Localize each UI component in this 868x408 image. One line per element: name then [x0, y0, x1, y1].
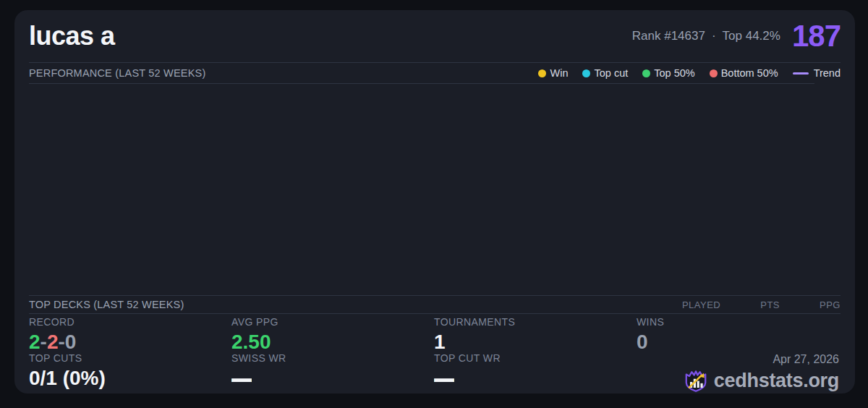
stat-label: TOP CUTS: [29, 353, 231, 364]
record-losses: 2: [47, 331, 59, 353]
record-separator: -: [58, 331, 64, 353]
top-cut-dot-icon: [582, 69, 590, 77]
stat-label: RECORD: [29, 317, 231, 328]
brand-text: cedhstats.org: [714, 370, 839, 392]
rank-label: Rank #14637: [632, 29, 705, 43]
top-50-dot-icon: [642, 69, 650, 77]
performance-section-header: PERFORMANCE (LAST 52 WEEKS) Win Top cut …: [29, 63, 841, 83]
column-header-pts: PTS: [760, 299, 780, 310]
column-header-ppg: PPG: [820, 299, 841, 310]
generated-date: Apr 27, 2026: [773, 353, 839, 366]
player-stats-card: lucas a Rank #14637 · Top 44.2% 187 PERF…: [14, 10, 855, 394]
card-footer: Apr 27, 2026 cedhstats.org: [637, 353, 839, 394]
record-separator: -: [41, 331, 47, 353]
stats-summary: RECORD 2-2-0 AVG PPG 2.50 TOURNAMENTS 1 …: [29, 314, 841, 394]
wins-value: 0: [637, 331, 839, 352]
card-header: lucas a Rank #14637 · Top 44.2% 187: [29, 10, 841, 62]
legend-label: Win: [550, 67, 568, 79]
avg-ppg-value: 2.50: [231, 331, 434, 352]
performance-title: PERFORMANCE (LAST 52 WEEKS): [29, 67, 205, 79]
legend-label: Top 50%: [654, 67, 694, 79]
top-decks-section-header: TOP DECKS (LAST 52 WEEKS) PLAYED PTS PPG: [29, 296, 841, 313]
tournaments-value: 1: [434, 331, 637, 352]
stats-row-1: RECORD 2-2-0 AVG PPG 2.50 TOURNAMENTS 1 …: [29, 317, 841, 353]
stat-label: WINS: [637, 317, 839, 328]
top-percent-label: Top 44.2%: [723, 29, 780, 43]
stat-top-cut-wr: TOP CUT WR —: [434, 353, 637, 394]
dot-separator: ·: [712, 29, 716, 43]
record-value: 2-2-0: [29, 331, 231, 352]
deck-column-headers: PLAYED PTS PPG: [682, 299, 841, 310]
legend-item-top-50: Top 50%: [642, 67, 694, 79]
stat-label: AVG PPG: [231, 317, 434, 328]
stat-swiss-wr: SWISS WR —: [231, 353, 434, 394]
rank-summary: Rank #14637 · Top 44.2% 187: [632, 19, 841, 54]
trend-line-icon: [793, 72, 809, 75]
stat-wins: WINS 0: [637, 317, 839, 353]
record-wins: 2: [29, 331, 41, 353]
legend-label: Bottom 50%: [721, 67, 778, 79]
points-value: 187: [792, 19, 841, 54]
swiss-wr-value: —: [231, 360, 252, 394]
stat-label: TOURNAMENTS: [434, 317, 637, 328]
stat-label: SWISS WR: [231, 353, 434, 364]
legend-label: Top cut: [594, 67, 628, 79]
performance-chart: [29, 84, 841, 295]
cedhstats-logo-icon: [684, 369, 708, 394]
top-cuts-value: 0/1 (0%): [29, 367, 231, 388]
legend-item-trend: Trend: [793, 67, 841, 79]
top-decks-title: TOP DECKS (LAST 52 WEEKS): [29, 299, 184, 310]
legend-item-win: Win: [538, 67, 568, 79]
rank-line: Rank #14637 · Top 44.2%: [632, 29, 780, 43]
stat-label: TOP CUT WR: [434, 353, 637, 364]
bottom-50-dot-icon: [710, 69, 718, 77]
record-draws: 0: [65, 331, 77, 353]
chart-legend: Win Top cut Top 50% Bottom 50% Trend: [538, 67, 841, 79]
legend-label: Trend: [814, 67, 841, 79]
stat-top-cuts: TOP CUTS 0/1 (0%): [29, 353, 231, 394]
column-header-played: PLAYED: [682, 299, 720, 310]
legend-item-bottom-50: Bottom 50%: [710, 67, 778, 79]
player-name: lucas a: [29, 21, 115, 51]
stats-row-2: TOP CUTS 0/1 (0%) SWISS WR — TOP CUT WR …: [29, 353, 841, 394]
brand-link[interactable]: cedhstats.org: [684, 369, 839, 394]
stat-avg-ppg: AVG PPG 2.50: [231, 317, 434, 353]
legend-item-top-cut: Top cut: [582, 67, 628, 79]
win-dot-icon: [538, 69, 546, 77]
stat-tournaments: TOURNAMENTS 1: [434, 317, 637, 353]
stat-record: RECORD 2-2-0: [29, 317, 231, 353]
top-cut-wr-value: —: [434, 360, 454, 394]
